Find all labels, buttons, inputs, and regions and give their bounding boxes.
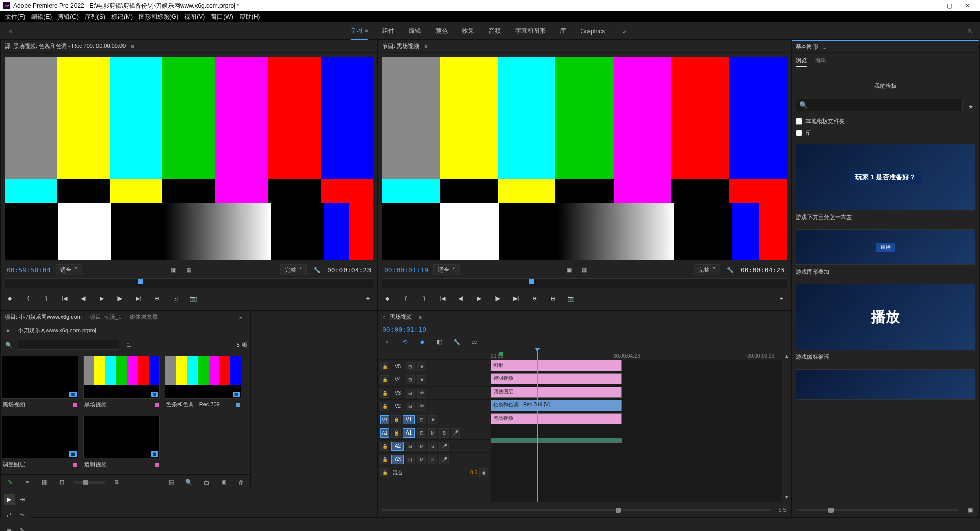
program-fit-dropdown[interactable]: 适合 ˅ (433, 264, 460, 275)
menu-edit[interactable]: 编辑(E) (31, 13, 52, 21)
ripple-tool[interactable]: ⇄ (4, 509, 15, 520)
go-to-out-icon[interactable]: ▶| (133, 293, 143, 303)
program-in-timecode[interactable]: 00:00:01:19 (384, 266, 428, 274)
eye-icon[interactable]: 👁 (417, 375, 426, 384)
close-button[interactable]: ✕ (959, 0, 977, 11)
menu-window[interactable]: 窗口(W) (211, 13, 233, 21)
extract-icon[interactable]: ⊟ (548, 293, 558, 303)
workspace-overflow-icon[interactable]: » (619, 26, 629, 36)
minimize-button[interactable]: — (922, 0, 940, 11)
project-tab-media[interactable]: 媒体浏览器 (130, 311, 158, 323)
clip[interactable]: 调整图层 (491, 387, 622, 398)
sync-lock-icon[interactable]: ⊟ (417, 415, 426, 424)
workspace-tab-audio[interactable]: 音频 (488, 22, 501, 39)
mute-icon[interactable]: M (417, 442, 426, 451)
source-full-dropdown[interactable]: 完整 ˅ (280, 264, 307, 275)
go-to-in-icon[interactable]: |◀ (60, 293, 70, 303)
find-icon[interactable]: 🔍 (184, 477, 194, 488)
mark-out-icon[interactable]: } (41, 293, 52, 303)
mix-value[interactable]: 0.0 (470, 470, 477, 475)
panel-menu-icon[interactable]: ≡ (424, 43, 427, 50)
lock-icon[interactable]: 🔒 (380, 468, 389, 477)
wrench-icon[interactable]: 🔧 (452, 336, 462, 347)
menu-graphics[interactable]: 图形和标题(G) (139, 13, 178, 21)
scroll-down-icon[interactable]: ▾ (781, 492, 792, 502)
clip[interactable]: 图形 (491, 360, 622, 371)
pen-tool[interactable]: ✎ (17, 524, 28, 531)
marker-in-icon[interactable]: ▣ (564, 264, 574, 275)
marker-out-icon[interactable]: ▦ (184, 264, 194, 275)
program-video-frame[interactable] (382, 57, 787, 260)
freeform-icon[interactable]: ⊞ (57, 477, 67, 488)
eye-icon[interactable]: 👁 (417, 362, 426, 371)
project-tab-anime[interactable]: 项目: 动漫_1 (90, 311, 121, 323)
bin-item[interactable]: ▦ 黑场视频 (2, 356, 78, 411)
bin-item[interactable]: ▦ 黑场视频 (83, 356, 160, 411)
marker-in-icon[interactable]: ▣ (168, 264, 179, 275)
pen-icon[interactable]: ✎ (5, 477, 15, 488)
lock-icon[interactable]: 🔒 (380, 362, 389, 371)
panel-menu-icon[interactable]: ≡ (418, 314, 421, 320)
voice-icon[interactable]: 🎤 (439, 455, 449, 464)
marker-out-icon[interactable]: ▦ (579, 264, 590, 275)
snap-icon[interactable]: ⌖ (382, 336, 393, 347)
solo-icon[interactable]: S (428, 455, 437, 464)
lock-icon[interactable]: 🔒 (391, 415, 401, 424)
slip-tool[interactable]: ⇔ (4, 524, 15, 531)
sync-lock-icon[interactable]: ⊟ (406, 455, 415, 464)
panel-menu-icon[interactable]: ≡ (823, 44, 826, 50)
workspace-tab-assembly[interactable]: 组件 (382, 22, 395, 39)
bin-item[interactable]: ▦ 调整图层 (2, 416, 78, 470)
source-video-frame[interactable] (5, 57, 373, 260)
workspace-tab-library[interactable]: 库 (560, 22, 566, 39)
playhead[interactable] (537, 348, 538, 502)
clip[interactable]: 黑场视频 (491, 413, 622, 424)
sort-icon[interactable]: ⇅ (112, 477, 122, 488)
mark-out-icon[interactable]: } (419, 293, 429, 303)
clip[interactable]: 透明视频 (491, 373, 622, 384)
sync-lock-icon[interactable]: ⊟ (406, 389, 415, 398)
track-label[interactable]: V5 (391, 364, 404, 369)
lock-icon[interactable]: 🔒 (391, 428, 401, 438)
go-to-out-icon[interactable]: ▶| (511, 293, 521, 303)
track-label[interactable]: V2 (391, 403, 404, 409)
workspace-tab-color[interactable]: 颜色 (435, 22, 448, 39)
sync-lock-icon[interactable]: ⊟ (406, 402, 415, 411)
lock-icon[interactable]: 🔒 (380, 442, 389, 451)
panel-overflow-icon[interactable]: » (236, 312, 246, 322)
add-marker-icon[interactable]: ◆ (5, 293, 15, 303)
graphics-template[interactable]: 玩家 1 是否准备好？ 游戏下方三分之一靠左 (796, 144, 975, 224)
voice-icon[interactable]: 🎤 (439, 442, 449, 451)
source-in-timecode[interactable]: 00:59:58:04 (7, 266, 51, 274)
workspace-tab-graphics[interactable]: Graphics (580, 23, 605, 39)
export-frame-icon[interactable]: 📷 (566, 293, 576, 303)
button-editor-icon[interactable]: + (363, 293, 373, 303)
meter-icon[interactable]: ◉ (479, 468, 488, 477)
list-view-icon[interactable]: ≡ (22, 477, 32, 488)
play-icon[interactable]: ▶ (474, 293, 484, 303)
lock-icon[interactable]: 🔒 (380, 402, 389, 411)
menu-help[interactable]: 帮助(H) (239, 13, 260, 21)
source-ruler[interactable] (5, 278, 373, 288)
settings-icon[interactable]: ◧ (434, 336, 445, 347)
mute-icon[interactable]: M (428, 428, 437, 438)
workspace-tab-captions[interactable]: 字幕和图形 (515, 22, 546, 39)
menu-sequence[interactable]: 序列(S) (85, 13, 105, 21)
menu-file[interactable]: 文件(F) (5, 13, 25, 21)
workspace-tab-effects[interactable]: 效果 (462, 22, 474, 39)
step-back-icon[interactable]: ◀| (78, 293, 88, 303)
new-bin-icon[interactable]: 🗀 (201, 477, 211, 488)
track-target[interactable]: A3 (391, 455, 404, 464)
graphics-template[interactable]: 直播 游戏图形叠加 (796, 229, 975, 279)
my-templates-button[interactable]: 我的模板 (796, 79, 975, 93)
graphics-zoom-slider[interactable] (796, 509, 958, 511)
library-checkbox[interactable]: 库 (796, 127, 975, 139)
export-icon[interactable]: ⇱ (965, 26, 975, 36)
track-label[interactable]: V4 (391, 377, 404, 382)
wrench-icon[interactable]: 🔧 (725, 264, 736, 275)
panel-menu-icon[interactable]: ≡ (131, 43, 134, 50)
step-forward-icon[interactable]: |▶ (493, 293, 503, 303)
track-target[interactable]: A1 (403, 428, 415, 438)
insert-icon[interactable]: ⊕ (152, 293, 162, 303)
project-tab-main[interactable]: 项目: 小刀娱乐网www.x6g.com (5, 311, 82, 323)
